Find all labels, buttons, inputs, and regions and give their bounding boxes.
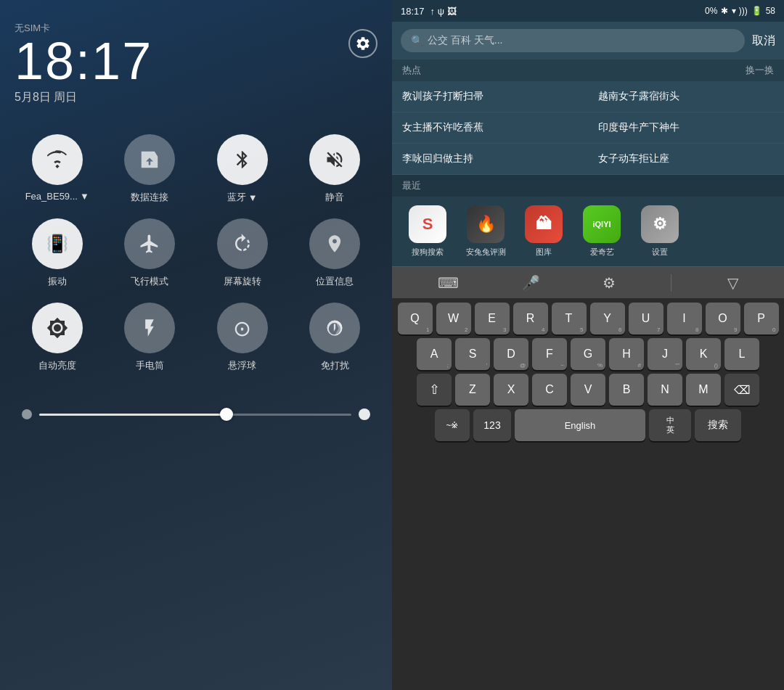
left-panel: 无SIM卡 18:17 5月8日 周日 Fea_BE59... ▼ xyxy=(0,0,392,690)
key-S[interactable]: S' xyxy=(455,338,490,370)
status-right: 0% ✱ ▾ ))) 🔋 58 xyxy=(705,6,775,16)
key-Q[interactable]: Q1 xyxy=(398,303,433,334)
search-input-box[interactable]: 🔍 公交 百科 天气... xyxy=(401,29,745,52)
control-airplane[interactable]: 飞行模式 xyxy=(107,218,193,288)
search-confirm-key[interactable]: 搜索 xyxy=(695,409,741,441)
gallery-icon: 🏔 xyxy=(525,205,563,243)
control-rotate[interactable]: 屏幕旋转 xyxy=(200,218,285,288)
gallery-label: 图库 xyxy=(536,247,552,258)
key-E[interactable]: E3 xyxy=(475,303,510,334)
bluetooth-status-icon: ✱ xyxy=(721,6,728,16)
control-silent[interactable]: 静音 xyxy=(293,134,378,204)
app-settings[interactable]: ⚙ 设置 xyxy=(634,205,685,258)
wifi-status-icon: ▾ ))) xyxy=(732,6,747,16)
dnd-label: 免打扰 xyxy=(321,359,349,372)
battery-num: 58 xyxy=(766,6,775,16)
key-R[interactable]: R4 xyxy=(513,303,548,334)
hot-item-1[interactable]: 越南女子露宿街头 xyxy=(588,81,784,112)
key-X[interactable]: X xyxy=(494,374,528,406)
app-antu[interactable]: 🔥 安兔兔评测 xyxy=(460,205,511,258)
key-Y[interactable]: Y6 xyxy=(590,303,625,334)
float-icon: ⊙ xyxy=(217,303,268,353)
control-flashlight[interactable]: 手电筒 xyxy=(107,303,193,372)
control-data[interactable]: 数据连接 xyxy=(107,134,193,204)
keyboard-dismiss-icon[interactable]: ▽ xyxy=(720,274,746,292)
key-O[interactable]: O9 xyxy=(706,303,740,334)
kb-row-4: ~※ 123 English 中英 搜索 xyxy=(395,409,781,441)
hot-item-3[interactable]: 印度母牛产下神牛 xyxy=(588,112,784,144)
key-U[interactable]: U7 xyxy=(629,303,663,334)
rotate-icon xyxy=(217,218,268,269)
keyboard-settings-icon[interactable]: ⚙ xyxy=(595,274,623,292)
control-bluetooth[interactable]: 蓝牙 ▼ xyxy=(200,134,285,204)
control-vibrate[interactable]: 📳 振动 xyxy=(15,218,100,288)
app-gallery[interactable]: 🏔 图库 xyxy=(518,205,569,258)
key-H[interactable]: H# xyxy=(609,338,644,370)
hot-section-header: 热点 换一换 xyxy=(392,59,784,81)
key-G[interactable]: G% xyxy=(571,338,605,370)
key-N[interactable]: N xyxy=(648,374,682,406)
brightness-row[interactable] xyxy=(15,408,377,420)
settings-icon-btn[interactable] xyxy=(348,29,377,58)
search-placeholder: 公交 百科 天气... xyxy=(428,34,502,47)
location-label: 位置信息 xyxy=(316,275,354,288)
settings-app-label: 设置 xyxy=(652,247,668,258)
hot-item-4[interactable]: 李咏回归做主持 xyxy=(392,144,588,175)
battery-pct: 0% xyxy=(705,6,717,16)
silent-label: 静音 xyxy=(325,191,344,204)
silent-icon xyxy=(309,134,360,185)
flashlight-label: 手电筒 xyxy=(136,359,164,372)
vibrate-icon: 📳 xyxy=(32,218,83,269)
mic-icon[interactable]: 🎤 xyxy=(515,274,547,292)
date-label: 5月8日 周日 xyxy=(15,90,152,105)
key-T[interactable]: T5 xyxy=(552,303,587,334)
sym-key[interactable]: ~※ xyxy=(435,409,470,441)
key-A[interactable]: A; xyxy=(417,338,452,370)
num-key[interactable]: 123 xyxy=(473,409,511,441)
hot-action[interactable]: 换一换 xyxy=(746,64,774,77)
battery-icon: 🔋 xyxy=(751,6,762,16)
flashlight-icon xyxy=(124,303,175,353)
space-key[interactable]: English xyxy=(515,409,645,441)
key-W[interactable]: W2 xyxy=(436,303,471,334)
key-F[interactable]: F~ xyxy=(532,338,567,370)
hot-item-5[interactable]: 女子动车拒让座 xyxy=(588,144,784,175)
hot-item-0[interactable]: 教训孩子打断扫帚 xyxy=(392,81,588,112)
key-K[interactable]: K() xyxy=(686,338,721,370)
brightness-icon xyxy=(32,303,83,353)
hot-title: 热点 xyxy=(402,64,421,77)
control-dnd[interactable]: 免打扰 xyxy=(293,303,378,372)
keyboard-switch-icon[interactable]: ⌨ xyxy=(430,274,466,292)
key-D[interactable]: D@ xyxy=(494,338,528,370)
key-P[interactable]: P0 xyxy=(744,303,779,334)
key-C[interactable]: C xyxy=(532,374,567,406)
wifi-icon xyxy=(32,134,83,185)
brightness-min-icon xyxy=(22,409,32,419)
key-L[interactable]: L xyxy=(724,338,759,370)
key-V[interactable]: V xyxy=(571,374,605,406)
kb-row-3: ⇧ Z X C V B N M ⌫ xyxy=(395,374,781,406)
app-sougou[interactable]: S 搜狗搜索 xyxy=(402,205,453,258)
key-M[interactable]: M xyxy=(686,374,721,406)
key-I[interactable]: I8 xyxy=(667,303,702,334)
control-location[interactable]: 位置信息 xyxy=(293,218,378,288)
control-brightness[interactable]: 自动亮度 xyxy=(15,303,100,372)
sougou-label: 搜狗搜索 xyxy=(412,247,444,258)
backspace-key[interactable]: ⌫ xyxy=(724,374,759,406)
brightness-track[interactable] xyxy=(39,414,351,416)
hot-item-2[interactable]: 女主播不许吃香蕉 xyxy=(392,112,588,144)
cancel-button[interactable]: 取消 xyxy=(752,33,775,49)
key-B[interactable]: B xyxy=(609,374,644,406)
brightness-thumb[interactable] xyxy=(220,408,233,421)
shift-key[interactable]: ⇧ xyxy=(417,374,452,406)
key-Z[interactable]: Z xyxy=(455,374,490,406)
status-icons: ↑ ψ 🖼 xyxy=(430,6,457,17)
app-iqiyi[interactable]: iQIYI 爱奇艺 xyxy=(576,205,627,258)
lang-switch-key[interactable]: 中英 xyxy=(649,409,691,441)
control-wifi[interactable]: Fea_BE59... ▼ xyxy=(15,134,100,204)
data-icon xyxy=(124,134,175,185)
keyboard-area: ⌨ 🎤 ⚙ ▽ Q1 W2 E3 R4 T5 Y6 U7 I8 O9 P0 xyxy=(392,266,784,690)
control-float[interactable]: ⊙ 悬浮球 xyxy=(200,303,285,372)
brightness-max-icon xyxy=(359,408,370,420)
key-J[interactable]: J"" xyxy=(648,338,682,370)
